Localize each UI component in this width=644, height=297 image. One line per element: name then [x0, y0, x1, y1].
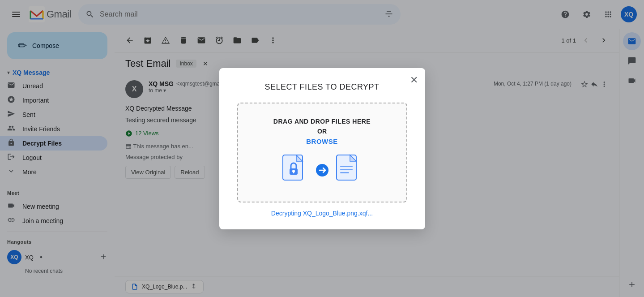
modal-close-button[interactable]: ✕: [410, 75, 418, 85]
modal-overlay: ✕ SELECT FILES TO DECRYPT DRAG AND DROP …: [0, 0, 644, 297]
decrypt-modal: ✕ SELECT FILES TO DECRYPT DRAG AND DROP …: [219, 68, 425, 229]
modal-filename: Decrypting XQ_Logo_Blue.png.xqf...: [237, 210, 407, 217]
dz-illustration: [281, 153, 363, 187]
drop-zone[interactable]: DRAG AND DROP FILES HERE OR BROWSE: [237, 103, 407, 202]
modal-title: SELECT FILES TO DECRYPT: [237, 82, 407, 92]
svg-rect-8: [293, 172, 294, 173]
svg-rect-12: [340, 169, 353, 170]
arrow-icon: [315, 163, 329, 177]
drag-drop-text: DRAG AND DROP FILES HERE: [273, 118, 371, 125]
decrypted-file-icon: [335, 153, 363, 187]
encrypted-file-icon: [281, 153, 310, 187]
or-text: OR: [317, 128, 327, 135]
svg-rect-11: [340, 166, 353, 167]
svg-rect-13: [340, 172, 349, 173]
browse-button[interactable]: BROWSE: [306, 138, 338, 145]
